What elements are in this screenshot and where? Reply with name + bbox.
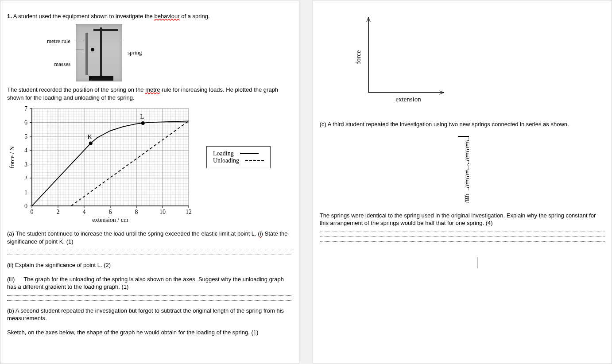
- svg-point-166: [466, 158, 469, 160]
- svg-text:K: K: [87, 133, 92, 140]
- svg-point-177: [466, 185, 469, 187]
- svg-text:force / N: force / N: [9, 146, 15, 168]
- svg-text:L: L: [140, 113, 144, 120]
- svg-point-172: [466, 174, 469, 176]
- svg-point-146: [89, 142, 93, 145]
- force-extension-chart: 02468101201234567extension / cmforce / N…: [7, 104, 198, 224]
- svg-text:3: 3: [24, 161, 27, 168]
- q1-b-sketch: Sketch, on the axes below, the shape of …: [7, 329, 292, 337]
- svg-text:0: 0: [31, 209, 34, 215]
- text-cursor: [477, 257, 478, 268]
- apparatus-diagram: metre rule masses spring: [47, 24, 292, 81]
- svg-text:4: 4: [83, 209, 86, 215]
- svg-text:extension / cm: extension / cm: [92, 217, 128, 223]
- svg-point-161: [466, 147, 469, 149]
- label-masses: masses: [47, 61, 70, 68]
- svg-point-163: [466, 151, 469, 154]
- q1-spell-behaviour: behaviour: [154, 13, 179, 19]
- q1-a-iii: (iii)The graph for the unloading of the …: [7, 275, 292, 291]
- axes2-ylabel: force: [355, 50, 362, 64]
- legend-dashed-line: [245, 160, 264, 161]
- q1-intro-a: A student used the equipment shown to in…: [13, 13, 155, 19]
- q1-a-i: (a) The student continued to increase th…: [7, 230, 292, 245]
- legend-unloading-label: Unloading: [213, 157, 239, 164]
- svg-point-162: [466, 149, 469, 151]
- q1-a-iii-label: (iii): [7, 276, 15, 283]
- svg-point-159: [466, 143, 469, 145]
- svg-text:8: 8: [135, 209, 138, 215]
- q1-c-explain: The springs were identical to the spring…: [320, 212, 605, 227]
- q1-intro-b: of a spring.: [180, 13, 210, 19]
- q1-b: (b) A second student repeated the invest…: [7, 307, 292, 322]
- q1-a-ii: (ii) Explain the significance of point L…: [7, 261, 292, 269]
- svg-text:6: 6: [109, 209, 112, 215]
- svg-point-158: [466, 140, 469, 143]
- answer-line: [320, 241, 605, 242]
- answer-line: [7, 300, 292, 301]
- svg-point-171: [466, 172, 469, 174]
- svg-point-165: [466, 156, 469, 158]
- apparatus-labels-left: metre rule masses: [47, 38, 70, 68]
- svg-text:4: 4: [24, 147, 27, 154]
- chart-and-legend: 02468101201234567extension / cmforce / N…: [7, 104, 292, 224]
- answer-line: [7, 255, 292, 255]
- apparatus-photo: [76, 24, 122, 81]
- q1-b-label: (b): [7, 307, 14, 314]
- answer-line: [7, 250, 292, 250]
- page-1: 1. A student used the equipment shown to…: [0, 0, 299, 364]
- answer-line: [7, 295, 292, 296]
- legend-solid-line: [240, 153, 259, 154]
- legend-loading-label: Loading: [213, 150, 234, 157]
- svg-text:2: 2: [24, 175, 27, 182]
- svg-point-160: [466, 145, 469, 147]
- springs-in-series-diagram: [456, 133, 469, 204]
- svg-text:2: 2: [57, 209, 60, 215]
- svg-point-170: [466, 170, 469, 172]
- svg-text:1: 1: [24, 189, 27, 196]
- chart-legend: Loading Unloading: [206, 146, 271, 168]
- svg-point-176: [466, 183, 469, 185]
- answer-line: [320, 236, 605, 237]
- svg-point-148: [141, 121, 145, 125]
- question-1-header: 1. A student used the equipment shown to…: [7, 13, 292, 19]
- page-gap: [299, 0, 312, 364]
- label-spring: spring: [128, 49, 142, 56]
- svg-point-164: [466, 154, 469, 156]
- svg-text:10: 10: [159, 209, 166, 215]
- q1-c-intro: (c) A third student repeated the investi…: [320, 120, 605, 128]
- svg-point-182: [465, 200, 469, 202]
- q1-para2: The student recorded the position of the…: [7, 86, 292, 101]
- q1-spell-metre: metre: [145, 86, 160, 93]
- page-2: force extension (c) A third student repe…: [313, 0, 612, 364]
- q1-number: 1.: [7, 13, 12, 19]
- svg-text:12: 12: [186, 209, 192, 215]
- svg-text:5: 5: [24, 133, 27, 140]
- label-metre-rule: metre rule: [47, 38, 70, 45]
- svg-point-174: [466, 178, 469, 181]
- blank-axes-force-extension: force extension: [351, 13, 448, 106]
- answer-line: [320, 232, 605, 232]
- axes2-xlabel: extension: [395, 96, 421, 103]
- svg-text:7: 7: [24, 105, 27, 112]
- svg-text:0: 0: [24, 203, 27, 209]
- svg-text:6: 6: [24, 120, 27, 126]
- svg-point-173: [466, 176, 469, 178]
- svg-point-175: [466, 181, 469, 183]
